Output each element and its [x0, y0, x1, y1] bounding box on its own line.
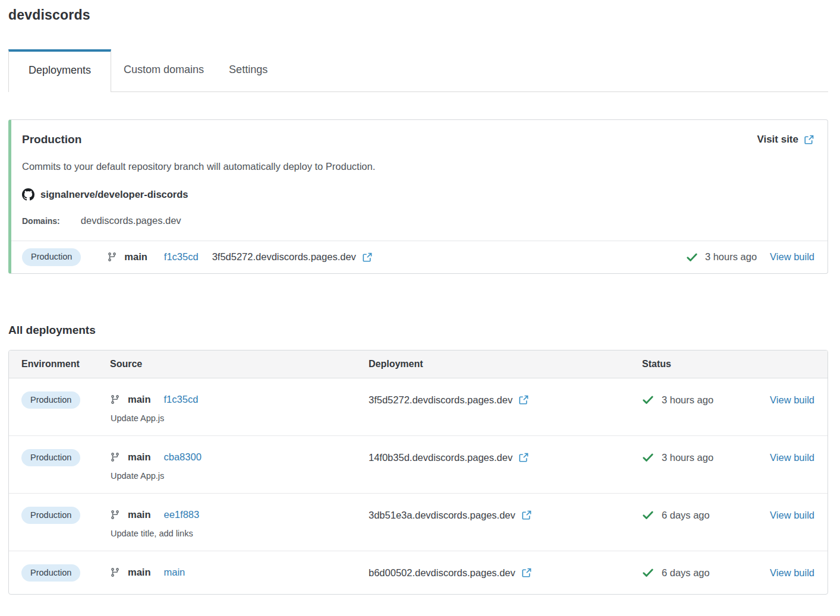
status-time: 6 days ago — [662, 507, 710, 523]
production-card-header: Production Visit site — [22, 133, 814, 146]
table-row: Production main main b6d00502.devdiscord… — [9, 551, 828, 595]
external-link-icon — [362, 252, 373, 263]
commit-message: Update App.js — [110, 413, 369, 423]
production-deployment-row: Production main f1c35cd 3f5d5272.devdisc… — [11, 241, 828, 273]
source-line: main main — [110, 564, 369, 581]
git-branch-icon — [110, 452, 120, 462]
tab-custom-domains[interactable]: Custom domains — [111, 49, 216, 91]
environment-badge: Production — [21, 391, 80, 409]
visit-site-link[interactable]: Visit site — [757, 134, 814, 146]
source-cell: main ee1f883 Update title, add links — [102, 507, 369, 538]
deployment-url-link[interactable]: 3db51e3a.devdiscords.pages.dev — [369, 507, 532, 523]
repo-row: signalnerve/developer-discords — [22, 188, 814, 201]
github-icon — [22, 188, 34, 201]
source-line: main ee1f883 — [110, 507, 369, 523]
tab-bar: Deployments Custom domains Settings — [8, 49, 828, 92]
table-row: Production main ee1f883 Update title, ad… — [9, 494, 828, 551]
domains-row: Domains: devdiscords.pages.dev — [22, 215, 814, 226]
view-build-link[interactable]: View build — [770, 251, 814, 263]
success-check-icon — [686, 251, 698, 263]
external-link-icon — [518, 452, 529, 463]
external-link-icon — [521, 567, 532, 578]
deployments-table: Environment Source Deployment Status Pro… — [8, 350, 828, 595]
deployment-cell: 3db51e3a.devdiscords.pages.dev — [369, 507, 642, 524]
status-time: 3 hours ago — [662, 391, 713, 408]
visit-site-label: Visit site — [757, 134, 798, 146]
environment-badge: Production — [21, 449, 80, 467]
commit-link[interactable]: f1c35cd — [164, 251, 199, 263]
deployment-url: 14f0b35d.devdiscords.pages.dev — [369, 449, 512, 466]
commit-message: Update title, add links — [110, 529, 369, 538]
status-cell: 3 hours ago — [642, 391, 763, 408]
deployment-url-link[interactable]: b6d00502.devdiscords.pages.dev — [369, 564, 532, 581]
branch-name: main — [128, 394, 151, 405]
deployment-url-link[interactable]: 3f5d5272.devdiscords.pages.dev — [369, 391, 529, 408]
branch-name: main — [128, 567, 151, 578]
status-cell: 3 hours ago — [642, 449, 763, 466]
deployment-url: 3f5d5272.devdiscords.pages.dev — [212, 251, 356, 263]
actions-cell: View build — [763, 507, 814, 524]
external-link-icon — [804, 134, 814, 145]
production-deployment-status: 3 hours ago View build — [686, 251, 814, 263]
view-build-link[interactable]: View build — [770, 452, 814, 463]
actions-cell: View build — [763, 449, 814, 466]
status-cell: 6 days ago — [642, 564, 763, 581]
deployment-cell: b6d00502.devdiscords.pages.dev — [369, 564, 642, 582]
branch-name: main — [128, 509, 151, 520]
deployment-url: 3f5d5272.devdiscords.pages.dev — [369, 391, 512, 408]
commit-link[interactable]: ee1f883 — [164, 509, 200, 520]
production-card: Production Visit site Commits to your de… — [8, 119, 828, 274]
table-row: Production main f1c35cd Update App.js 3f… — [9, 378, 828, 436]
environment-cell: Production — [21, 391, 102, 409]
tab-settings[interactable]: Settings — [216, 49, 280, 91]
environment-badge: Production — [21, 564, 80, 582]
column-header-source: Source — [102, 359, 369, 369]
tab-deployments[interactable]: Deployments — [8, 49, 111, 92]
view-build-link[interactable]: View build — [770, 567, 814, 578]
success-check-icon — [642, 509, 654, 521]
status-time: 6 days ago — [662, 564, 710, 581]
repo-link[interactable]: signalnerve/developer-discords — [40, 189, 188, 200]
deployment-url-link[interactable]: 3f5d5272.devdiscords.pages.dev — [212, 251, 373, 263]
deployment-cell: 14f0b35d.devdiscords.pages.dev — [369, 449, 642, 466]
table-row: Production main cba8300 Update App.js 14… — [9, 436, 828, 494]
commit-link[interactable]: main — [164, 567, 185, 578]
deployment-url-link[interactable]: 14f0b35d.devdiscords.pages.dev — [369, 449, 529, 466]
external-link-icon — [521, 510, 532, 520]
git-branch-icon — [110, 510, 120, 520]
view-build-link[interactable]: View build — [770, 510, 814, 520]
page-title: devdiscords — [8, 7, 828, 23]
deployment-url: 3db51e3a.devdiscords.pages.dev — [369, 507, 515, 523]
status-time: 3 hours ago — [705, 251, 757, 263]
source-cell: main f1c35cd Update App.js — [102, 391, 369, 423]
branch-name: main — [128, 451, 151, 463]
actions-cell: View build — [763, 564, 814, 582]
page: devdiscords Deployments Custom domains S… — [0, 0, 840, 604]
source-cell: main main — [102, 564, 369, 581]
commit-link[interactable]: cba8300 — [164, 451, 202, 463]
status-cell: 6 days ago — [642, 507, 763, 523]
commit-message: Update App.js — [110, 471, 369, 481]
git-branch-icon — [110, 394, 120, 405]
production-description: Commits to your default repository branc… — [22, 161, 814, 172]
source-line: main cba8300 — [110, 449, 369, 466]
success-check-icon — [642, 451, 654, 463]
column-header-deployment: Deployment — [369, 359, 642, 369]
commit-link[interactable]: f1c35cd — [164, 394, 199, 405]
git-branch-icon — [110, 567, 120, 577]
all-deployments-heading: All deployments — [8, 324, 828, 337]
success-check-icon — [642, 394, 654, 406]
column-header-environment: Environment — [21, 359, 102, 369]
environment-cell: Production — [21, 564, 102, 582]
table-header-row: Environment Source Deployment Status — [9, 350, 828, 378]
git-branch-icon — [107, 252, 117, 262]
external-link-icon — [518, 394, 529, 405]
deployment-cell: 3f5d5272.devdiscords.pages.dev — [369, 391, 642, 409]
environment-cell: Production — [21, 449, 102, 467]
view-build-link[interactable]: View build — [770, 394, 814, 405]
domains-value: devdiscords.pages.dev — [81, 215, 181, 226]
status-time: 3 hours ago — [662, 449, 713, 466]
environment-cell: Production — [21, 507, 102, 525]
source-cell: main cba8300 Update App.js — [102, 449, 369, 481]
domains-label: Domains: — [22, 216, 60, 226]
